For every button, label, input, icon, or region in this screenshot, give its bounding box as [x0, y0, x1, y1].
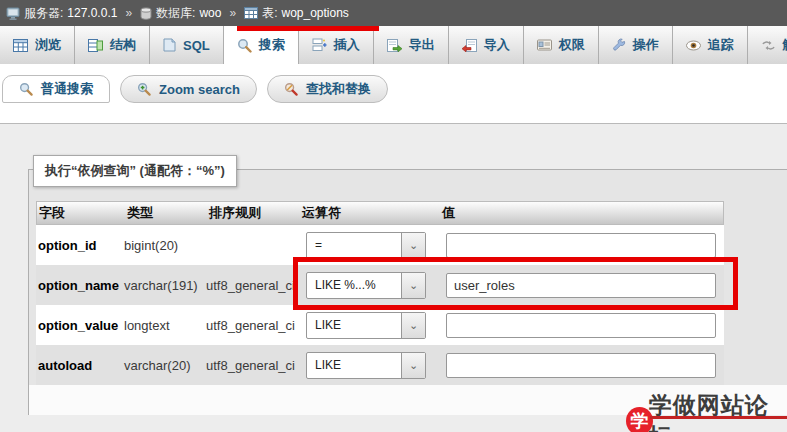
phpmyadmin-table-search-page: 服务器: 127.0.0.1 » 数据库: woo » 表: wop_optio… [0, 0, 787, 432]
value-input[interactable] [446, 233, 716, 258]
operator-selected-value: = [307, 238, 401, 252]
operator-select[interactable]: LIKE ⌄ [306, 352, 426, 379]
tab-search[interactable]: 搜索 [224, 26, 299, 64]
breadcrumb-server[interactable]: 服务器: 127.0.0.1 [6, 5, 117, 22]
triggers-icon [761, 40, 776, 51]
operator-select[interactable]: = ⌄ [306, 232, 426, 259]
criteria-row-autoload: autoload varchar(20) utf8_general_ci LIK… [36, 345, 724, 385]
tab-label: 搜索 [259, 36, 285, 54]
breadcrumb-db-label: 数据库: [156, 5, 195, 22]
criteria-header-row: 字段 类型 排序规则 运算符 值 [36, 201, 724, 225]
field-type: varchar(20) [124, 358, 206, 373]
table-icon [244, 7, 258, 19]
chevron-down-icon: ⌄ [401, 273, 425, 298]
breadcrumb-table-value[interactable]: wop_options [281, 6, 348, 20]
browse-icon [13, 39, 28, 52]
tab-label: 导出 [409, 36, 435, 54]
tab-privileges[interactable]: 权限 [524, 26, 599, 64]
column-header-operator: 运算符 [300, 204, 440, 222]
criteria-row-option-name: option_name varchar(191) utf8_general_ci… [36, 265, 724, 305]
sql-icon [163, 38, 176, 52]
field-collation: utf8_general_ci [206, 278, 299, 293]
criteria-row-option-value: option_value longtext utf8_general_ci LI… [36, 305, 724, 345]
database-icon [140, 7, 152, 20]
field-collation: utf8_general_ci [206, 358, 299, 373]
watermark-logo: 学 学做网站论坛 [626, 390, 787, 432]
chevron-down-icon: ⌄ [401, 353, 425, 378]
subtab-label: Zoom search [159, 82, 240, 97]
chevron-down-icon: ⌄ [401, 313, 425, 338]
privileges-icon [537, 39, 552, 51]
value-input[interactable] [446, 353, 716, 378]
criteria-row-option-id: option_id bigint(20) = ⌄ [36, 225, 724, 265]
search-icon [19, 82, 33, 96]
tab-label: 导入 [484, 36, 510, 54]
tab-label: 追踪 [708, 36, 734, 54]
field-type: varchar(191) [124, 278, 206, 293]
tab-sql[interactable]: SQL [150, 26, 224, 64]
operator-selected-value: LIKE %...% [307, 278, 401, 292]
subtab-find-replace[interactable]: 查找和替换 [267, 75, 388, 103]
breadcrumb-table[interactable]: 表: wop_options [244, 5, 349, 22]
tab-tracking[interactable]: 追踪 [673, 26, 748, 64]
tab-import[interactable]: 导入 [449, 26, 524, 64]
query-by-example-fieldset: 字段 类型 排序规则 运算符 值 option_id bigint(20) = … [28, 169, 787, 415]
field-name: autoload [36, 358, 124, 373]
import-icon [462, 39, 477, 52]
search-subtab-area: 普通搜索 Zoom search 查找和替换 [0, 64, 787, 124]
tab-label: 操作 [633, 36, 659, 54]
tab-label: 结构 [110, 36, 136, 54]
subtab-label: 查找和替换 [306, 80, 371, 98]
tab-triggers[interactable]: 触发器 [748, 26, 787, 64]
tab-browse[interactable]: 浏览 [0, 26, 75, 64]
value-input[interactable] [446, 273, 716, 298]
tab-label: SQL [183, 38, 210, 53]
tab-operations[interactable]: 操作 [599, 26, 673, 64]
tab-label: 浏览 [35, 36, 61, 54]
query-by-example-legend: 执行“依例查询” (通配符：“%”) [33, 155, 237, 187]
column-header-value: 值 [440, 204, 725, 222]
field-type: longtext [124, 318, 206, 333]
subtab-label: 普通搜索 [41, 80, 93, 98]
operator-selected-value: LIKE [307, 318, 401, 332]
export-icon [387, 39, 402, 52]
breadcrumb-separator: » [125, 6, 132, 20]
zoom-search-icon [137, 82, 151, 96]
field-collation: utf8_general_ci [206, 318, 299, 333]
breadcrumb-database[interactable]: 数据库: woo [140, 5, 221, 22]
operator-selected-value: LIKE [307, 358, 401, 372]
table-tab-bar: 浏览 结构 SQL 搜索 插入 导出 导入 权限 [0, 26, 787, 64]
tracking-icon [686, 40, 701, 51]
breadcrumb-server-value[interactable]: 127.0.0.1 [67, 6, 117, 20]
server-icon [6, 7, 20, 20]
tab-insert[interactable]: 插入 [299, 26, 374, 64]
operations-icon [612, 38, 626, 52]
operator-select[interactable]: LIKE ⌄ [306, 312, 426, 339]
operator-select[interactable]: LIKE %...% ⌄ [306, 272, 426, 299]
tab-label: 触发器 [783, 36, 787, 54]
value-input[interactable] [446, 313, 716, 338]
field-name: option_name [36, 278, 124, 293]
search-icon [237, 38, 252, 53]
field-name: option_id [36, 238, 124, 253]
tab-label: 插入 [334, 36, 360, 54]
field-type: bigint(20) [124, 238, 206, 253]
column-header-field: 字段 [37, 204, 125, 222]
breadcrumb: 服务器: 127.0.0.1 » 数据库: woo » 表: wop_optio… [0, 0, 787, 26]
subtab-zoom-search[interactable]: Zoom search [120, 75, 257, 103]
tab-structure[interactable]: 结构 [75, 26, 150, 64]
structure-icon [88, 39, 103, 52]
tab-export[interactable]: 导出 [374, 26, 449, 64]
column-header-collation: 排序规则 [207, 204, 300, 222]
search-subtabs: 普通搜索 Zoom search 查找和替换 [2, 75, 388, 103]
field-name: option_value [36, 318, 124, 333]
subtab-normal-search[interactable]: 普通搜索 [2, 75, 110, 103]
insert-icon [312, 38, 327, 52]
breadcrumb-db-value[interactable]: woo [199, 6, 221, 20]
watermark-underline [650, 416, 787, 419]
find-replace-icon [284, 82, 298, 96]
breadcrumb-server-label: 服务器: [24, 5, 63, 22]
tab-label: 权限 [559, 36, 585, 54]
annotation-underline-table-name [237, 26, 379, 31]
watermark-text: 学做网站论坛 [649, 390, 787, 432]
